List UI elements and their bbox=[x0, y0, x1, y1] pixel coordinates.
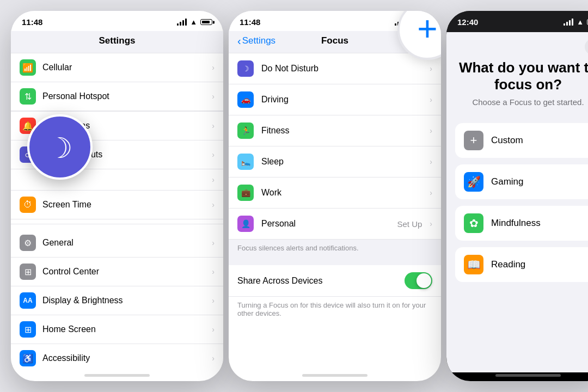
wifi-icon-p3: ▲ bbox=[577, 18, 584, 26]
focus-item-work[interactable]: 💼 Work › bbox=[229, 177, 441, 209]
gaming-icon: 🚀 bbox=[464, 172, 483, 192]
signal-icon bbox=[177, 19, 187, 26]
settings-item-hotspot[interactable]: ⇅ Personal Hotspot › bbox=[11, 82, 223, 111]
controlcenter-label: Control Center bbox=[42, 267, 205, 277]
sleep-chevron: › bbox=[430, 157, 432, 166]
display-icon: AA bbox=[20, 292, 36, 309]
time-phone1: 11:48 bbox=[22, 17, 42, 27]
status-icons-phone3: ▲ bbox=[564, 18, 588, 26]
focus-option-gaming[interactable]: 🚀 Gaming › bbox=[455, 164, 588, 199]
focus-item-driving[interactable]: 🚗 Driving › bbox=[229, 84, 441, 115]
status-bar-phone3: 12:40 ▲ bbox=[446, 11, 588, 32]
share-label: Share Across Devices bbox=[237, 276, 398, 286]
status-bar-phone1: 11:48 ▲ bbox=[11, 11, 223, 31]
accessibility-icon: ♿ bbox=[20, 350, 36, 366]
work-icon: 💼 bbox=[237, 185, 254, 201]
reading-label: Reading bbox=[491, 259, 582, 270]
screentime-label: Screen Time bbox=[42, 200, 205, 210]
moon-symbol: ☽ bbox=[47, 132, 73, 164]
driving-icon: 🚗 bbox=[237, 91, 254, 108]
screentime-icon: ⏱ bbox=[20, 197, 36, 213]
general-label: General bbox=[42, 238, 205, 248]
signal-icon-p3 bbox=[564, 19, 573, 26]
focus-question-title: What do you want to focus on? bbox=[457, 59, 588, 93]
phone3: 12:40 ▲ × What do you want to focus on? … bbox=[446, 11, 588, 381]
settings-item-general[interactable]: ⚙ General › bbox=[11, 229, 223, 258]
focus-list: ☽ Do Not Disturb › 🚗 Driving › 🏃 Fitness… bbox=[229, 53, 441, 240]
fitness-icon: 🏃 bbox=[237, 122, 254, 139]
driving-label: Driving bbox=[261, 95, 422, 105]
wifi-icon: ▲ bbox=[190, 18, 197, 26]
cellular-icon: 📶 bbox=[20, 59, 36, 76]
gaming-label: Gaming bbox=[491, 176, 582, 187]
share-across-devices-row[interactable]: Share Across Devices bbox=[229, 265, 441, 297]
dnd-label: Do Not Disturb bbox=[261, 64, 422, 74]
personal-icon: 👤 bbox=[237, 216, 254, 232]
nav-title-phone2: Focus bbox=[321, 35, 348, 46]
time-phone2: 11:48 bbox=[240, 17, 260, 27]
fitness-chevron: › bbox=[430, 126, 432, 135]
controlcenter-icon: ⊞ bbox=[20, 264, 36, 280]
focus-options-list: + Custom › 🚀 Gaming › ✿ Mindfulness › bbox=[446, 112, 588, 293]
focus-item-sleep[interactable]: 🛌 Sleep › bbox=[229, 146, 441, 177]
focus-option-mindfulness[interactable]: ✿ Mindfulness › bbox=[455, 206, 588, 241]
homescreen-icon: ⊞ bbox=[20, 321, 36, 338]
focus-item-donotdisturb[interactable]: ☽ Do Not Disturb › bbox=[229, 53, 441, 84]
settings-list: 📶 Cellular › ⇅ Personal Hotspot › 🔔 Noti… bbox=[11, 53, 223, 372]
mindfulness-label: Mindfulness bbox=[491, 218, 582, 229]
cellular-chevron: › bbox=[212, 63, 215, 72]
focus-icon-circle: ☽ bbox=[27, 114, 93, 180]
time-phone3: 12:40 bbox=[457, 17, 478, 27]
settings-item-display[interactable]: AA Display & Brightness › bbox=[11, 286, 223, 315]
accessibility-label: Accessibility bbox=[42, 353, 205, 363]
personal-label: Personal bbox=[261, 219, 389, 229]
fitness-label: Fitness bbox=[261, 126, 422, 136]
plus-icon: + bbox=[417, 11, 437, 46]
focus-option-reading[interactable]: 📖 Reading › bbox=[455, 247, 588, 282]
home-bar-phone3 bbox=[495, 374, 561, 377]
settings-item-controlcenter[interactable]: ⊞ Control Center › bbox=[11, 258, 223, 286]
custom-label: Custom bbox=[491, 135, 582, 146]
settings-item-cellular[interactable]: 📶 Cellular › bbox=[11, 53, 223, 82]
phone2: + 11:48 ▲ ‹ Settings Focus bbox=[229, 11, 441, 381]
dnd-icon: ☽ bbox=[237, 60, 254, 77]
work-label: Work bbox=[261, 188, 422, 198]
personal-chevron: › bbox=[430, 219, 432, 228]
battery-icon bbox=[200, 19, 212, 25]
sleep-label: Sleep bbox=[261, 157, 422, 167]
general-icon: ⚙ bbox=[20, 235, 36, 251]
focus-selection-screen: × What do you want to focus on? Choose a… bbox=[446, 32, 588, 372]
focus-question-container: What do you want to focus on? Choose a F… bbox=[446, 32, 588, 112]
back-label: Settings bbox=[242, 35, 275, 46]
cellular-label: Cellular bbox=[42, 63, 205, 72]
work-chevron: › bbox=[430, 188, 432, 197]
phone1: 11:48 ▲ Settings ☽ 📶 Cellular › bbox=[11, 11, 223, 381]
focus-item-fitness[interactable]: 🏃 Fitness › bbox=[229, 115, 441, 146]
nav-bar-phone1: Settings bbox=[11, 31, 223, 53]
settings-item-homescreen[interactable]: ⊞ Home Screen › bbox=[11, 315, 223, 344]
back-arrow-icon: ‹ bbox=[237, 35, 241, 46]
display-label: Display & Brightness bbox=[42, 296, 205, 305]
personal-setup-text: Set Up bbox=[397, 219, 422, 229]
share-note: Turning a Focus on for this device will … bbox=[229, 297, 441, 322]
settings-item-screentime[interactable]: ⏱ Screen Time › bbox=[11, 191, 223, 219]
share-toggle[interactable] bbox=[405, 272, 432, 289]
home-bar-phone2 bbox=[302, 374, 367, 377]
mindfulness-icon: ✿ bbox=[464, 213, 483, 233]
home-bar-phone1 bbox=[84, 374, 150, 377]
hotspot-icon: ⇅ bbox=[20, 88, 36, 105]
custom-icon: + bbox=[464, 131, 483, 150]
focus-item-personal[interactable]: 👤 Personal Set Up › bbox=[229, 209, 441, 240]
hotspot-label: Personal Hotspot bbox=[42, 91, 205, 101]
focus-option-custom[interactable]: + Custom › bbox=[455, 123, 588, 158]
focus-question-subtitle: Choose a Focus to get started. bbox=[457, 97, 588, 107]
status-icons-phone1: ▲ bbox=[177, 18, 212, 26]
settings-item-accessibility[interactable]: ♿ Accessibility › bbox=[11, 344, 223, 372]
homescreen-label: Home Screen bbox=[42, 324, 205, 334]
driving-chevron: › bbox=[430, 95, 432, 104]
reading-icon: 📖 bbox=[464, 255, 483, 274]
back-button[interactable]: ‹ Settings bbox=[237, 35, 275, 46]
dnd-chevron: › bbox=[430, 64, 432, 73]
nav-title-phone1: Settings bbox=[20, 35, 215, 46]
sleep-icon: 🛌 bbox=[237, 154, 254, 170]
